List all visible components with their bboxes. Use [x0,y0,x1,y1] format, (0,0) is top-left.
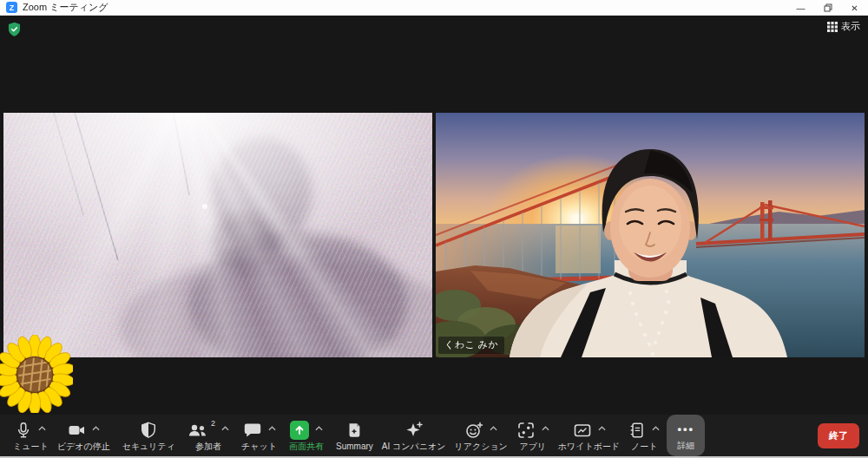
chat-label: チャット [241,442,277,451]
participant-name-tag: くわこ みか [438,337,504,354]
stop-video-label: ビデオの停止 [57,442,110,451]
encryption-shield-icon[interactable] [7,22,22,37]
minimize-button[interactable]: — [787,0,814,16]
restore-icon [824,3,832,12]
end-meeting-button[interactable]: 終了 [818,423,859,448]
ai-sparkle-icon [404,421,424,440]
chevron-up-icon[interactable] [221,426,229,431]
chat-bubble-icon [243,421,262,440]
chevron-up-icon[interactable] [598,426,606,431]
summary-label: Summary [336,442,373,451]
stop-video-button[interactable]: ビデオの停止 [53,418,115,454]
more-dots-icon: ••• [677,425,694,434]
zoom-meeting-window: Z Zoom ミーティング — ✕ 表示 [0,0,868,458]
sunflower-sticker [0,335,73,413]
chevron-up-icon[interactable] [268,426,276,431]
mute-button[interactable]: ミュート [9,418,53,454]
participants-label: 参加者 [195,442,221,451]
reactions-button[interactable]: リアクション [450,418,511,454]
chat-button[interactable]: チャット [237,418,281,454]
chevron-up-icon[interactable] [92,426,100,431]
security-label: セキュリティ [122,442,175,451]
restore-button[interactable] [814,0,841,16]
apps-label: アプリ [519,442,546,451]
chevron-up-icon[interactable] [542,426,549,431]
more-button[interactable]: ••• 詳細 [667,415,705,456]
notes-label: ノート [631,442,657,451]
title-bar: Z Zoom ミーティング — ✕ [0,0,868,16]
apps-icon [516,421,536,440]
whiteboard-icon [573,421,592,440]
share-screen-icon [290,421,309,440]
participants-icon [187,421,208,440]
reaction-smiley-icon [464,421,483,440]
notes-icon [628,421,646,440]
microphone-icon [15,421,32,440]
light-glow [3,113,432,357]
whiteboard-button[interactable]: ホワイトボード [554,418,624,454]
mute-label: ミュート [13,442,49,451]
chevron-up-icon[interactable] [315,426,323,431]
video-tile-local[interactable]: くわこ みか [436,113,865,357]
apps-button[interactable]: アプリ [512,418,554,454]
security-button[interactable]: セキュリティ [118,418,180,454]
chevron-up-icon[interactable] [38,426,46,431]
zoom-logo-icon: Z [6,2,17,13]
chevron-up-icon[interactable] [652,426,660,431]
close-button[interactable]: ✕ [841,0,868,16]
view-label: 表示 [841,20,860,33]
whiteboard-label: ホワイトボード [558,442,620,451]
summary-button[interactable]: Summary [332,418,378,454]
view-button[interactable]: 表示 [827,20,860,33]
chevron-up-icon[interactable] [490,426,497,431]
video-grid: くわこ みか [3,113,865,357]
participants-button[interactable]: 2 参加者 [183,418,233,454]
share-screen-button[interactable]: 画面共有 [285,418,328,454]
share-screen-label: 画面共有 [289,442,324,451]
video-tile-remote[interactable] [3,113,432,357]
ai-companion-button[interactable]: AI コンパニオン [378,418,450,454]
ai-companion-label: AI コンパニオン [382,442,446,451]
golden-gate-scene [436,113,865,357]
notes-button[interactable]: ノート [624,418,664,454]
video-camera-icon [67,421,86,440]
grid-view-icon [827,22,838,32]
window-title: Zoom ミーティング [23,1,108,14]
meeting-toolbar: ミュート ビデオの停止 セキュリティ [0,415,868,456]
reactions-label: リアクション [454,442,507,451]
participants-count-badge: 2 [211,419,215,428]
more-label: 詳細 [677,442,694,450]
summary-doc-icon [345,421,363,440]
security-shield-icon [140,421,157,440]
